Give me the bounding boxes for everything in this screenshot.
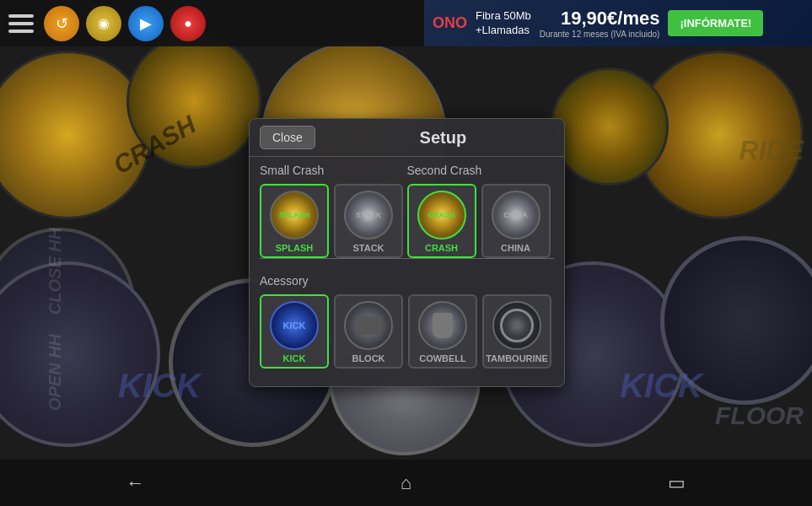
- refresh-button[interactable]: ↺: [44, 6, 79, 41]
- stack-label: STACK: [352, 243, 384, 253]
- small-crash-section: Small Crash SPLASH SPLASH STACK STACK: [260, 164, 407, 258]
- cowbell-item[interactable]: COWBELL: [408, 294, 477, 369]
- crash-cymbal-left[interactable]: [0, 51, 152, 219]
- china-label: CHINA: [501, 243, 530, 253]
- china-knob: CHINA: [492, 191, 540, 240]
- crash-label-item: CRASH: [425, 243, 458, 253]
- block-label: BLOCK: [352, 353, 384, 363]
- back-button[interactable]: ←: [110, 466, 161, 500]
- ride-label: RIDE: [739, 135, 804, 166]
- ad-price-block: 19,90€/mes Durante 12 meses (IVA incluid…: [540, 8, 660, 39]
- kick-item[interactable]: KICK KICK: [260, 294, 329, 369]
- crash-item[interactable]: CRASH CRASH: [407, 184, 476, 258]
- china-cymbal[interactable]: [551, 67, 669, 186]
- small-crash-items: SPLASH SPLASH STACK STACK: [260, 184, 407, 258]
- crash-knob: CRASH: [417, 191, 466, 240]
- kick-right-label: KICK: [620, 367, 702, 405]
- dialog-title: Setup: [332, 128, 554, 148]
- ad-logo: ONO: [433, 14, 467, 32]
- play-button[interactable]: ▶: [128, 6, 164, 41]
- accessory-label: Acessory: [260, 274, 554, 288]
- home-button[interactable]: ⌂: [381, 466, 432, 500]
- second-crash-section: Second Crash CRASH CRASH CHINA CHINA: [407, 164, 555, 258]
- splash-label: SPLASH: [276, 243, 314, 253]
- open-hh-label: OPEN HH: [46, 310, 65, 436]
- floor-label: FLOOR: [715, 401, 804, 430]
- kick-knob: KICK: [270, 301, 319, 350]
- ad-cta-button[interactable]: ¡INFÓRMATE!: [668, 10, 763, 36]
- small-crash-label: Small Crash: [260, 164, 407, 177]
- cowbell-label: COWBELL: [419, 353, 466, 363]
- splash-knob: SPLASH: [270, 191, 319, 240]
- divider-1: [260, 258, 554, 259]
- close-button[interactable]: Close: [260, 126, 315, 149]
- recent-button[interactable]: ▭: [652, 466, 702, 500]
- splash-item[interactable]: SPLASH SPLASH: [260, 184, 329, 258]
- accessory-items: KICK KICK BLOCK COWBELL TAMBOU: [260, 294, 554, 369]
- tambourine-item[interactable]: TAMBOURINE: [482, 294, 551, 369]
- ad-text: Fibra 50Mb +Llamadas: [476, 9, 531, 38]
- gold-button[interactable]: ◉: [86, 6, 121, 41]
- stack-item[interactable]: STACK STACK: [334, 184, 403, 258]
- second-crash-items: CRASH CRASH CHINA CHINA: [407, 184, 555, 258]
- setup-dialog: Close Setup Small Crash SPLASH SPLASH ST…: [249, 118, 565, 387]
- tambourine-knob: [492, 301, 541, 350]
- cowbell-knob: [418, 301, 467, 350]
- record-button[interactable]: ●: [170, 6, 206, 41]
- tambourine-label: TAMBOURINE: [486, 353, 548, 363]
- ad-banner: ONO Fibra 50Mb +Llamadas 19,90€/mes Dura…: [424, 0, 812, 46]
- second-crash-label: Second Crash: [407, 164, 555, 177]
- block-knob: [344, 301, 393, 350]
- dialog-header: Close Setup: [250, 119, 564, 157]
- bottom-bar: ← ⌂ ▭: [0, 460, 812, 506]
- kick-drum-left[interactable]: [0, 261, 160, 447]
- china-item[interactable]: CHINA CHINA: [481, 184, 551, 258]
- kick-label: KICK: [283, 353, 306, 363]
- kick-left-label: KICK: [118, 367, 201, 405]
- accessory-section: Acessory KICK KICK BLOCK COWBELL: [250, 266, 564, 374]
- menu-icon[interactable]: [8, 14, 34, 33]
- stack-knob: STACK: [344, 191, 393, 240]
- block-item[interactable]: BLOCK: [334, 294, 403, 369]
